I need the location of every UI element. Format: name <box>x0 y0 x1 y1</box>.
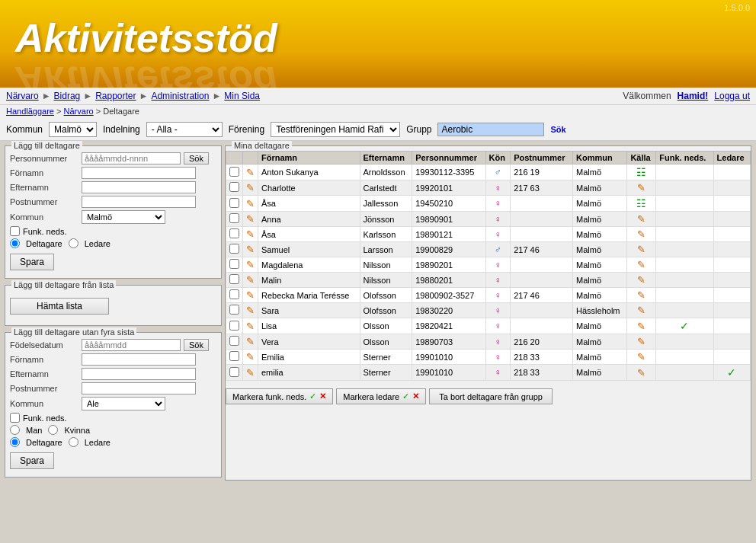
cell-kalla: ✎ <box>627 350 656 365</box>
efternamn2-input[interactable] <box>82 368 196 380</box>
markera-funk-button[interactable]: Markera funk. neds. ✓ ✕ <box>226 388 333 404</box>
edit-icon[interactable]: ✎ <box>246 351 255 363</box>
kommun2-select[interactable]: Ale <box>82 397 165 410</box>
cell-kommun: Hässleholm <box>573 303 627 318</box>
cell-kalla: ✎ <box>627 288 656 303</box>
cell-postnummer: 217 63 <box>511 180 573 196</box>
edit-icon[interactable]: ✎ <box>246 213 255 225</box>
deltagare2-radio[interactable] <box>10 437 20 447</box>
spara2-button[interactable]: Spara <box>10 452 54 469</box>
left-panel: Lägg till deltagare Personnummer Sök För… <box>5 145 222 481</box>
cell-kon: ♀ <box>485 212 511 227</box>
toolbar-grupp-input[interactable] <box>437 123 544 136</box>
edit-icon[interactable]: ✎ <box>246 336 255 347</box>
hamta-lista-button[interactable]: Hämta lista <box>10 298 109 315</box>
ledare2-radio[interactable] <box>69 437 78 447</box>
row-checkbox[interactable] <box>229 321 239 331</box>
row-checkbox[interactable] <box>229 167 239 177</box>
toolbar-kommun-select[interactable]: Malmö <box>49 122 97 137</box>
cell-efternamn: Nilsson <box>360 257 412 273</box>
row-checkbox[interactable] <box>229 244 239 254</box>
toolbar: Kommun Malmö Indelning - Alla - Förening… <box>0 119 756 141</box>
nav-rapporter[interactable]: Rapporter <box>95 91 136 101</box>
funk-neds2-row: Funk. neds. <box>10 413 216 423</box>
row-checkbox[interactable] <box>229 213 239 223</box>
col-edit <box>243 152 258 164</box>
funk-neds-checkbox[interactable] <box>10 226 20 236</box>
cell-kommun: Malmö <box>573 242 627 257</box>
fodelsedatum-input[interactable] <box>82 339 181 351</box>
nav-user[interactable]: Hamid! <box>678 91 709 101</box>
col-funk-neds[interactable]: Funk. neds. <box>656 152 713 164</box>
kommun-row: Kommun Malmö <box>10 210 216 224</box>
nav-administration[interactable]: Administration <box>151 91 209 101</box>
kommun-select[interactable]: Malmö <box>82 210 165 224</box>
row-checkbox[interactable] <box>229 182 239 192</box>
edit-icon[interactable]: ✎ <box>246 289 255 301</box>
postnummer-input[interactable] <box>82 196 196 208</box>
version-label: 1.5.0.0 <box>724 3 750 12</box>
man-radio[interactable] <box>10 425 20 435</box>
nav-bidrag[interactable]: Bidrag <box>54 91 81 101</box>
row-checkbox[interactable] <box>229 274 239 284</box>
kvinna-radio[interactable] <box>48 425 58 435</box>
edit-icon[interactable]: ✎ <box>246 321 255 332</box>
spara-button[interactable]: Spara <box>10 254 54 270</box>
ta-bort-button[interactable]: Ta bort deltagare från grupp <box>429 388 553 404</box>
edit-icon[interactable]: ✎ <box>246 259 255 270</box>
col-fornamn[interactable]: Förnamn <box>258 152 360 164</box>
row-checkbox[interactable] <box>229 336 239 346</box>
row-checkbox[interactable] <box>229 228 239 238</box>
col-kon[interactable]: Kön <box>485 152 511 164</box>
row-checkbox[interactable] <box>229 305 239 315</box>
postnummer2-input[interactable] <box>82 382 196 394</box>
cell-kommun: Malmö <box>573 212 627 227</box>
col-efternamn[interactable]: Efternamn <box>360 152 412 164</box>
col-personnummer[interactable]: Personnummer <box>412 152 485 164</box>
markera-ledare-button[interactable]: Markera ledare ✓ ✕ <box>336 388 426 404</box>
cell-kommun: Malmö <box>573 365 627 381</box>
check-icon: ✓ <box>309 391 316 401</box>
edit-icon[interactable]: ✎ <box>246 367 255 379</box>
funk-neds-row: Funk. neds. <box>10 226 216 236</box>
nav-narvaro[interactable]: Närvaro <box>6 91 39 101</box>
col-ledare[interactable]: Ledare <box>713 152 750 164</box>
nav-min-sida[interactable]: Min Sida <box>224 91 260 101</box>
row-checkbox[interactable] <box>229 259 239 269</box>
toolbar-indelning-select[interactable]: - Alla - <box>146 122 223 137</box>
col-postnummer[interactable]: Postnummer <box>511 152 573 164</box>
edit-icon[interactable]: ✎ <box>246 305 255 316</box>
row-checkbox[interactable] <box>229 351 239 361</box>
edit-icon[interactable]: ✎ <box>246 198 255 209</box>
type2-row: Deltagare Ledare <box>10 437 216 447</box>
row-checkbox[interactable] <box>229 289 239 299</box>
fodelsedatum-search-button[interactable]: Sök <box>184 339 209 351</box>
ledare-radio[interactable] <box>69 238 78 248</box>
row-checkbox[interactable] <box>229 198 239 208</box>
efternamn-input[interactable] <box>82 181 196 193</box>
row-checkbox[interactable] <box>229 367 239 377</box>
deltagare-label: Deltagare <box>26 239 62 248</box>
personnummer-input[interactable] <box>82 152 181 164</box>
deltagare-radio[interactable] <box>10 238 20 248</box>
col-kommun[interactable]: Kommun <box>573 152 627 164</box>
edit-icon[interactable]: ✎ <box>246 244 255 255</box>
fornamn2-input[interactable] <box>82 353 196 366</box>
pencil-icon: ✎ <box>637 367 645 379</box>
nav-logout[interactable]: Logga ut <box>714 91 750 101</box>
col-kalla[interactable]: Källa <box>627 152 656 164</box>
fornamn-input[interactable] <box>82 167 196 179</box>
breadcrumb-narvaro[interactable]: Närvaro <box>64 107 94 116</box>
edit-icon[interactable]: ✎ <box>246 167 255 178</box>
pencil-icon: ✎ <box>637 274 645 286</box>
edit-icon[interactable]: ✎ <box>246 182 255 193</box>
breadcrumb-handlaggare[interactable]: Handläggare <box>6 107 54 116</box>
funk-neds2-checkbox[interactable] <box>10 413 20 423</box>
personnummer-search-button[interactable]: Sök <box>184 152 209 164</box>
table-row: ✎ÅsaKarlsson19890121♀Malmö✎ <box>226 227 751 242</box>
edit-icon[interactable]: ✎ <box>246 228 255 240</box>
header: 1.5.0.0 Aktivitetsstöd Aktivitetsstöd <box>0 0 756 88</box>
edit-icon[interactable]: ✎ <box>246 274 255 286</box>
cell-postnummer: 218 33 <box>511 365 573 381</box>
toolbar-forening-select[interactable]: Testföreningen Hamid Rafi <box>271 122 400 137</box>
